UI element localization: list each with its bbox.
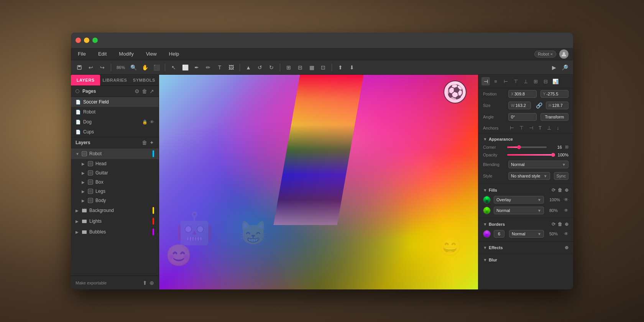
effects-add-icon[interactable]: ⊕ [565, 245, 568, 250]
mask-icon[interactable]: ⊡ [319, 63, 328, 72]
borders-add-icon[interactable]: ⊕ [565, 222, 568, 227]
layer-body[interactable]: ▶ Body [77, 196, 159, 205]
rp-align-center-icon[interactable]: ≡ [491, 77, 500, 85]
borders-delete-icon[interactable]: 🗑 [558, 222, 562, 227]
tab-symbols[interactable]: SYMBOLS [130, 75, 159, 85]
menu-view[interactable]: View [144, 49, 159, 58]
rect-tool[interactable]: ⬜ [181, 63, 190, 72]
anchor-tr[interactable]: ⊣ [527, 124, 535, 131]
menu-help[interactable]: Help [167, 49, 182, 58]
export-icon[interactable]: ⬆ [336, 63, 345, 72]
corner-options-icon[interactable]: ⊞ [565, 145, 568, 150]
user-badge[interactable]: Robot × [534, 51, 556, 58]
size-h-field[interactable]: H 128.7 [546, 102, 568, 109]
bubbles-expand-icon[interactable]: ▶ [76, 230, 79, 234]
layer-background[interactable]: ▶ Background [71, 205, 159, 216]
anchor-tl[interactable]: ⊢ [508, 124, 516, 131]
fills-sync-icon[interactable]: ⟳ [552, 187, 555, 193]
layers-add-icon[interactable]: ✦ [150, 140, 154, 146]
body-expand-icon[interactable]: ▶ [82, 199, 85, 203]
undo-icon[interactable]: ↩ [86, 63, 95, 72]
style-dropdown[interactable]: No shared style ▼ [508, 172, 550, 180]
rotate-left-icon[interactable]: ↺ [255, 63, 264, 72]
pages-settings-icon[interactable]: ⚙ [135, 88, 140, 94]
redo-icon[interactable]: ↪ [98, 63, 107, 72]
align-icon[interactable]: ⊞ [284, 63, 293, 72]
transform-button[interactable]: Transform [540, 113, 569, 121]
size-w-field[interactable]: W 163.2 [508, 102, 531, 109]
text-tool[interactable]: T [215, 63, 224, 72]
export-bottom-icon[interactable]: ⬆ [143, 280, 147, 286]
pages-add-icon[interactable]: ↗ [150, 88, 154, 94]
layers-delete-icon[interactable]: 🗑 [142, 140, 147, 146]
border-swatch-1[interactable] [483, 230, 491, 238]
add-export-icon[interactable]: ⊕ [150, 280, 154, 286]
angle-field[interactable]: 0° [508, 113, 537, 121]
layer-lights[interactable]: ▶ Lights [71, 216, 159, 227]
pen-tool[interactable]: ✒ [192, 63, 201, 72]
rp-chart-icon[interactable]: 📊 [551, 77, 560, 85]
menu-file[interactable]: File [76, 49, 88, 58]
pages-delete-icon[interactable]: 🗑 [142, 88, 147, 94]
layer-head[interactable]: ▶ Head [77, 159, 159, 168]
rp-grid-icon[interactable]: ⊟ [541, 77, 550, 85]
menu-edit[interactable]: Edit [96, 49, 109, 58]
layer-bubbles[interactable]: ▶ Bubbles [71, 227, 159, 237]
lock-ratio-icon[interactable]: 🔗 [535, 102, 544, 108]
fill-blend-1-dropdown[interactable]: Overlay ▼ [494, 196, 544, 204]
select-tool[interactable]: ↖ [169, 63, 178, 72]
triangle-icon[interactable]: ▲ [244, 63, 253, 72]
hand-icon[interactable]: ✋ [140, 63, 150, 72]
fills-add-icon[interactable]: ⊕ [565, 187, 568, 193]
rotate-right-icon[interactable]: ↻ [267, 63, 276, 72]
rp-distribute-icon[interactable]: ⊤ [511, 77, 520, 85]
minimize-button[interactable] [84, 38, 89, 43]
inspect-icon[interactable]: 🔎 [560, 63, 569, 72]
grid-icon[interactable]: ⊟ [296, 63, 305, 72]
head-expand-icon[interactable]: ▶ [82, 162, 85, 166]
rp-align-right-icon[interactable]: ⊢ [501, 77, 510, 85]
group-icon[interactable]: ▦ [307, 63, 316, 72]
anchor-text-mid[interactable]: ⊥ [545, 124, 553, 131]
box-expand-icon[interactable]: ▶ [82, 180, 85, 184]
fill-eye-2-icon[interactable]: 👁 [564, 208, 568, 213]
legs-expand-icon[interactable]: ▶ [82, 189, 85, 194]
anchor-text-bot[interactable]: ↓ [555, 124, 561, 131]
corner-slider[interactable] [507, 146, 547, 148]
tab-libraries[interactable]: LIBRARIES [100, 75, 129, 85]
borders-sync-icon[interactable]: ⟳ [552, 222, 555, 227]
anchor-text-top[interactable]: T [537, 124, 543, 131]
layer-legs[interactable]: ▶ Legs [77, 187, 159, 196]
fill-swatch-1[interactable] [483, 196, 491, 204]
canvas-area[interactable]: ⚽ 🤖 😸 😄 😊 [159, 75, 478, 289]
image-tool[interactable]: 🖼 [227, 63, 236, 72]
fill-blend-2-dropdown[interactable]: Normal ▼ [494, 207, 544, 214]
layer-box[interactable]: ▶ Box [77, 177, 159, 187]
border-size-field[interactable]: 6 [494, 230, 504, 238]
opacity-slider[interactable] [507, 154, 553, 156]
fill-eye-1-icon[interactable]: 👁 [564, 197, 568, 202]
layer-guitar[interactable]: ▶ Guitar [77, 168, 159, 177]
guitar-expand-icon[interactable]: ▶ [82, 171, 85, 175]
link-icon[interactable]: ⬇ [347, 63, 356, 72]
pages-toggle[interactable] [76, 89, 79, 93]
page-item-soccer[interactable]: 📄 Soccer Field [71, 97, 159, 107]
appearance-title[interactable]: ▼ Appearance [478, 135, 573, 143]
pencil-tool[interactable]: ✏ [204, 63, 213, 72]
zoom-icon[interactable]: 🔍 [129, 63, 138, 72]
rp-align-left-icon[interactable]: ⊣ [481, 77, 490, 85]
fills-delete-icon[interactable]: 🗑 [558, 187, 562, 193]
sync-button[interactable]: Sync [554, 172, 568, 180]
rp-distribute2-icon[interactable]: ⊥ [521, 77, 530, 85]
menu-modify[interactable]: Modify [117, 49, 136, 58]
prototype-icon[interactable]: ▶ [549, 63, 559, 72]
border-eye-icon[interactable]: 👁 [564, 231, 568, 237]
bg-expand-icon[interactable]: ▶ [76, 209, 79, 213]
close-button[interactable] [76, 38, 81, 43]
tab-layers[interactable]: LAYERS [71, 75, 100, 85]
fill-swatch-2[interactable] [483, 207, 491, 214]
blending-dropdown[interactable]: Normal ▼ [508, 161, 568, 168]
corner-thumb[interactable] [517, 145, 521, 149]
fullscreen-button[interactable] [92, 38, 98, 43]
opacity-thumb[interactable] [551, 153, 555, 157]
